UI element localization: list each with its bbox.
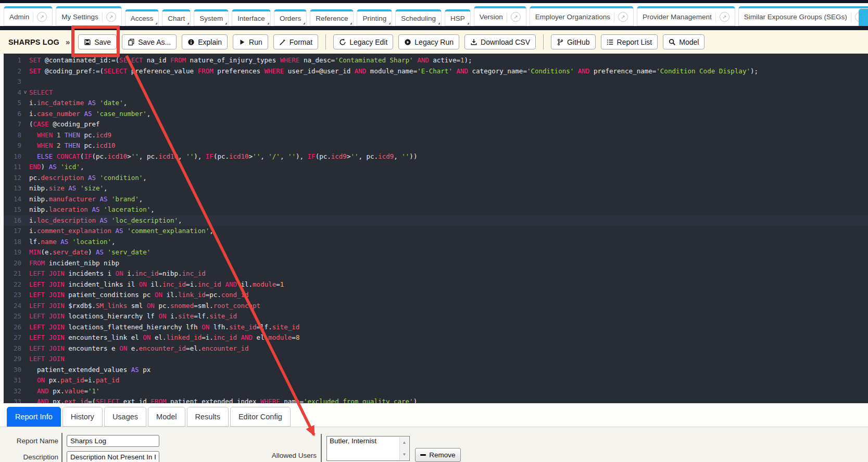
save-as-button[interactable]: Save As... (122, 34, 177, 49)
open-new-window-icon[interactable]: ↗ (618, 12, 628, 22)
nav-tab-orders[interactable]: Orders (274, 9, 307, 26)
remove-user-button[interactable]: Remove (415, 448, 461, 462)
nav-tab-access[interactable]: Access (125, 9, 159, 26)
editor-line[interactable]: 33 AND px.ext_id=(SELECT ext_id FROM pat… (4, 396, 868, 403)
nav-tab-provider-management[interactable]: Provider Management↗ (637, 6, 735, 26)
nav-tab-printing[interactable]: Printing (357, 9, 392, 26)
open-new-window-icon[interactable]: ↗ (37, 12, 47, 22)
line-number: 13 (4, 183, 21, 194)
editor-line[interactable]: 4˅SELECT (4, 87, 868, 98)
save-button[interactable]: Save (78, 34, 117, 49)
open-new-window-icon[interactable]: ↗ (720, 12, 729, 22)
fold-caret-icon[interactable]: ˅ (21, 87, 29, 98)
scroll-up-icon[interactable]: ▲ (400, 437, 409, 448)
code-text: WHEN 2 THEN pc.icd10 (29, 140, 868, 151)
open-new-window-icon[interactable]: ↗ (511, 12, 521, 22)
editor-line[interactable]: 28LEFT JOIN encounters e ON e.encounter_… (4, 343, 868, 354)
editor-line[interactable]: 14nibp.manufacturer AS 'brand', (4, 194, 868, 205)
editor-line[interactable]: 32 AND px.value='1' (4, 386, 868, 397)
nav-tab-interface[interactable]: Interface (232, 9, 271, 26)
nav-tab-version[interactable]: Version↗ (474, 6, 526, 26)
tab-usages[interactable]: Usages (104, 407, 146, 427)
dropdown-caret-icon (155, 22, 157, 24)
editor-line[interactable]: 20FROM incident_nibp nibp (4, 258, 868, 269)
run-button[interactable]: Run (233, 34, 268, 49)
editor-line[interactable]: 16i.loc_description AS 'loc_description'… (4, 215, 868, 226)
listbox-scrollbar[interactable]: ▲ ▼ (399, 437, 409, 460)
editor-line[interactable]: 29LEFT JOIN (4, 354, 868, 365)
tab-editor-config[interactable]: Editor Config (230, 407, 291, 427)
model-button[interactable]: Model (663, 34, 705, 49)
tab-report-info[interactable]: Report Info (7, 407, 61, 427)
editor-line[interactable]: 5i.inc_datetime AS 'date', (4, 98, 868, 109)
editor-line[interactable]: 2SET @coding_pref:=(SELECT preference_va… (4, 66, 868, 77)
sql-code-editor[interactable]: 1SET @contaminated_id:=(SELECT na_id FRO… (4, 54, 868, 403)
editor-line[interactable]: 21LEFT JOIN incidents i ON i.inc_id=nibp… (4, 268, 868, 279)
editor-line[interactable]: 9 WHEN 2 THEN pc.icd10 (4, 140, 868, 151)
top-nav-bar: Admin↗My Settings↗AccessChartSystemInter… (0, 3, 868, 27)
editor-line[interactable]: 30 patient_extended_values AS px (4, 365, 868, 376)
download-csv-button[interactable]: Download CSV (464, 34, 536, 49)
editor-line[interactable]: 10 ELSE CONCAT(IF(pc.icd10>'', pc.icd10,… (4, 151, 868, 162)
format-button[interactable]: Format (273, 34, 318, 49)
report-name-input[interactable] (67, 435, 159, 447)
editor-line[interactable]: 22LEFT JOIN incident_links il ON il.inc_… (4, 279, 868, 290)
line-number: 9 (4, 140, 21, 151)
nav-tab-system[interactable]: System (194, 9, 229, 26)
scroll-down-icon[interactable]: ▼ (400, 449, 409, 460)
nav-tab-partial[interactable] (859, 9, 868, 26)
editor-line[interactable]: 8 WHEN 1 THEN pc.icd9 (4, 130, 868, 141)
editor-line[interactable]: 26LEFT JOIN locations_flattened_hierarch… (4, 322, 868, 333)
legacy-run-button[interactable]: Legacy Run (398, 34, 459, 49)
editor-line[interactable]: 13nibp.size AS 'size', (4, 183, 868, 194)
code-text: LEFT JOIN locations_flattened_hierarchy … (29, 322, 868, 333)
tab-history[interactable]: History (62, 407, 103, 427)
toolbar-separator (325, 34, 326, 49)
fold-gutter (21, 354, 29, 365)
fold-gutter (21, 375, 29, 386)
nav-tab-label: Chart (168, 15, 185, 22)
line-number: 25 (4, 311, 21, 322)
tab-results[interactable]: Results (187, 407, 229, 427)
code-text: WHEN 1 THEN pc.icd9 (29, 130, 868, 141)
editor-line[interactable]: 17i.comment_explanation AS 'comment_expl… (4, 226, 868, 237)
nav-tab-admin[interactable]: Admin↗ (4, 6, 53, 26)
editor-line[interactable]: 24LEFT JOIN $rxdb$.SM_links sml ON pc.sn… (4, 301, 868, 312)
editor-line[interactable]: 11END) AS 'icd', (4, 162, 868, 173)
nav-tab-my-settings[interactable]: My Settings↗ (56, 6, 122, 26)
open-new-window-icon[interactable]: ↗ (106, 12, 116, 22)
editor-line[interactable]: 31 ON px.pat_id=i.pat_id (4, 375, 868, 386)
nav-tab-label: Version (480, 13, 503, 21)
description-input[interactable] (67, 451, 159, 462)
editor-line[interactable]: 6i.case_number AS 'case_number', (4, 109, 868, 120)
nav-tab-chart[interactable]: Chart (162, 9, 191, 26)
editor-line[interactable]: 3 (4, 76, 868, 87)
nav-tab-employer-organizations[interactable]: Employer Organizations↗ (530, 6, 634, 26)
editor-line[interactable]: 23LEFT JOIN patient_conditions pc ON il.… (4, 290, 868, 301)
fold-gutter (21, 215, 29, 226)
tab-model[interactable]: Model (148, 407, 185, 427)
line-number: 23 (4, 290, 21, 301)
report-list-button[interactable]: Report List (601, 34, 658, 49)
github-button[interactable]: GitHub (551, 34, 596, 49)
editor-line[interactable]: 15nibp.laceration AS 'laceration', (4, 204, 868, 215)
allowed-users-listbox[interactable]: Butler, Internist ▲ ▼ (326, 436, 410, 461)
nav-tab-label: Provider Management (643, 13, 712, 21)
nav-tab-hsp[interactable]: HSP (445, 9, 471, 26)
allowed-user-option[interactable]: Butler, Internist (327, 437, 409, 445)
nav-tab-reference[interactable]: Reference (310, 9, 354, 26)
editor-line[interactable]: 7(CASE @coding_pref (4, 119, 868, 130)
line-number: 3 (4, 76, 21, 87)
editor-line[interactable]: 19MIN(e.serv_date) AS 'serv_date' (4, 247, 868, 258)
nav-tab-similar-exposure-groups-segs[interactable]: Similar Exposure Groups (SEGs)↗ (738, 6, 868, 26)
nav-tab-scheduling[interactable]: Scheduling (395, 9, 442, 26)
editor-line[interactable]: 1SET @contaminated_id:=(SELECT na_id FRO… (4, 55, 868, 66)
legacy-edit-button[interactable]: Legacy Edit (333, 34, 393, 49)
line-number: 11 (4, 162, 21, 173)
explain-button[interactable]: Explain (182, 34, 228, 49)
editor-line[interactable]: 12pc.description AS 'condition', (4, 173, 868, 184)
editor-line[interactable]: 27LEFT JOIN encounters_link el ON el.lin… (4, 332, 868, 343)
editor-line[interactable]: 18lf.name AS 'location', (4, 237, 868, 248)
code-text (29, 76, 868, 87)
editor-line[interactable]: 25LEFT JOIN locations_hierarchy lf ON i.… (4, 311, 868, 322)
